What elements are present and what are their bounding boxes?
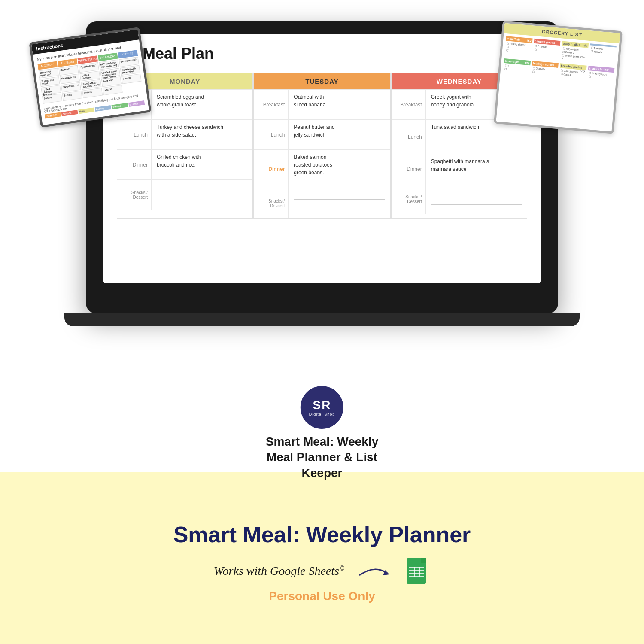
svg-rect-3 — [421, 558, 426, 563]
svg-rect-4 — [409, 567, 424, 568]
meal-plan-grid: MONDAY Breakfast Scrambled eggs and whol… — [117, 73, 527, 219]
bottom-banner: Smart Meal: Weekly Planner Works with Go… — [0, 472, 644, 644]
laptop-container: My Meal Plan MONDAY Breakfast Scrambled … — [86, 21, 558, 331]
tuesday-breakfast-line1: Oatmeal with — [294, 93, 384, 101]
snacks-label-wed: Snacks /Dessert — [392, 184, 426, 214]
registered-symbol: © — [339, 565, 344, 572]
grocery-col-dairy: dairy / milks qty ☐ Jelly or jam ☐ Butte… — [561, 41, 589, 61]
banner-title: Smart Meal: Weekly Planner — [173, 522, 471, 547]
logo-initials: SR — [313, 398, 331, 412]
monday-snacks-row: Snacks /Dessert — [117, 179, 252, 210]
svg-rect-5 — [409, 570, 424, 571]
personal-use-label: Personal Use Only — [269, 589, 375, 603]
screen-title: My Meal Plan — [117, 45, 527, 63]
instructions-tablet: Instructions My meal plan that includes … — [29, 27, 151, 128]
tuesday-lunch-content: Peanut butter and jelly sandwich — [289, 120, 389, 149]
snacks-label: Snacks /Dessert — [117, 180, 152, 210]
monday-lunch-content: Turkey and cheese sandwich with a side s… — [152, 120, 252, 149]
tuesday-header: TUESDAY — [254, 73, 389, 89]
monday-dinner-line2: broccoli and rice. — [157, 161, 247, 169]
grocery-col-bev: beverages qty ☐ 2 ☐ — [503, 58, 531, 73]
top-section: Instructions My meal plan that includes … — [0, 0, 644, 472]
laptop-screen: My Meal Plan MONDAY Breakfast Scrambled … — [103, 34, 541, 283]
wednesday-dinner-content: Spaghetti with marinara s marinara sauce — [426, 154, 527, 184]
wednesday-dinner-row: Dinner Spaghetti with marinara s marinar… — [392, 154, 527, 184]
tuesday-breakfast-content: Oatmeal with sliced banana — [289, 90, 389, 119]
product-title-line1: Smart Meal: Weekly — [266, 435, 379, 448]
tuesday-lunch-line1: Peanut butter and — [294, 123, 384, 131]
monday-dinner-content: Grilled chicken with broccoli and rice. — [152, 150, 252, 179]
tuesday-dinner-row: Dinner Baked salmon roasted potatoes gre… — [254, 149, 389, 188]
tuesday-dinner-line1: Baked salmon — [294, 153, 384, 161]
svg-rect-9 — [419, 567, 420, 577]
banner-google-text: Works with Google Sheets© — [214, 564, 344, 578]
google-sheets-icon — [404, 556, 430, 586]
dinner-label-tue: Dinner — [254, 150, 289, 188]
snack-line-1 — [431, 188, 522, 195]
product-title-line3: Keeper — [302, 466, 343, 480]
monday-breakfast-line2: whole-grain toast — [157, 101, 247, 109]
gm-col: breads — [112, 103, 128, 109]
breakfast-label-wed: Breakfast — [392, 90, 426, 119]
lunch-label: Lunch — [117, 120, 152, 149]
sheets-svg — [404, 556, 430, 586]
grocery-col-canned: canned goods qty ☐ Cheese ☐ — [532, 39, 560, 59]
tuesday-lunch-row: Lunch Peanut butter and jelly sandwich — [254, 119, 389, 149]
breakfast-label-tue: Breakfast — [254, 90, 289, 119]
lunch-label-tue: Lunch — [254, 120, 289, 149]
monday-lunch-row: Lunch Turkey and cheese sandwich with a … — [117, 119, 252, 149]
laptop-frame: My Meal Plan MONDAY Breakfast Scrambled … — [86, 21, 558, 313]
tuesday-snack-lines — [289, 188, 389, 218]
back-grocery-doc: GROCERY LIST meat/fish qty ☐ Turkey slic… — [494, 21, 623, 134]
snack-line-1 — [294, 193, 384, 200]
tuesday-lunch-line2: jelly sandwich — [294, 131, 384, 139]
tuesday-dinner-content: Baked salmon roasted potatoes green bean… — [289, 150, 389, 188]
lunch-label-wed: Lunch — [392, 120, 426, 154]
laptop-base — [64, 313, 580, 326]
snack-line-1 — [157, 184, 247, 191]
snack-line-2 — [294, 202, 384, 209]
gm-col: meat/fish — [45, 112, 61, 118]
grid-cell: Snacks — [82, 88, 103, 98]
gm-col: canned — [61, 110, 78, 116]
logo-circle: SR Digital Shop — [301, 386, 343, 429]
tuesday-snacks-row: Snacks /Dessert — [254, 188, 389, 218]
gm-col: bakery — [95, 105, 111, 112]
monday-breakfast-line1: Scrambled eggs and — [157, 93, 247, 101]
grocery-col-meat: meat/fish qty ☐ Turkey slices 1 ☐ ☐ — [504, 36, 532, 57]
grocery-col-produce: ☐ Banana ☐ Tomato — [589, 43, 617, 64]
monday-dinner-line1: Grilled chicken with — [157, 153, 247, 161]
monday-lunch-line1: Turkey and cheese sandwich — [157, 123, 247, 131]
grid-cell: Snacks — [62, 91, 82, 101]
banner-subtitle-row: Works with Google Sheets© — [214, 556, 430, 586]
grocery-col-baking: baking / spices qty ☐ Granola ☐ — [531, 61, 559, 76]
tuesday-breakfast-line2: sliced banana — [294, 101, 384, 109]
snacks-label-tue: Snacks /Dessert — [254, 188, 289, 218]
gm-col: dairy — [78, 107, 94, 114]
screen-content: My Meal Plan MONDAY Breakfast Scrambled … — [103, 34, 541, 229]
dinner-label: Dinner — [117, 150, 152, 179]
gm-col: snacks — [128, 100, 145, 107]
grocery-col-snacks: snacks / other ☐ Greek yogurt ☐ — [587, 66, 615, 80]
product-title: Smart Meal: Weekly Meal Planner & List K… — [266, 434, 379, 481]
svg-rect-6 — [409, 573, 424, 574]
banner-italic-text: Works with Google Sheets — [214, 564, 339, 577]
center-logo: SR Digital Shop Smart Meal: Weekly Meal … — [266, 386, 379, 481]
product-title-line2: Meal Planner & List — [267, 450, 377, 464]
wednesday-dinner-line1: Spaghetti with marinara s — [431, 158, 522, 165]
grocery-col-breads: breads / grains qty ☐ Carrot sticks ☐ Oa… — [559, 63, 586, 78]
wednesday-snack-lines — [426, 184, 527, 214]
tuesday-dinner-line2: roasted potatoes — [294, 161, 384, 169]
snack-line-2 — [157, 194, 247, 200]
svg-rect-8 — [414, 567, 415, 577]
monday-snack-lines — [152, 180, 252, 210]
monday-breakfast-content: Scrambled eggs and whole-grain toast — [152, 90, 252, 119]
logo-shop-name: Digital Shop — [309, 412, 335, 416]
tuesday-dinner-line3: green beans. — [294, 169, 384, 176]
wednesday-snacks-row: Snacks /Dessert — [392, 184, 527, 214]
snack-line-2 — [431, 198, 522, 205]
tuesday-column: TUESDAY Breakfast Oatmeal with sliced ba… — [254, 73, 389, 218]
svg-rect-7 — [409, 576, 424, 577]
dinner-label-wed: Dinner — [392, 154, 426, 184]
grid-cell: Snacks — [102, 85, 122, 95]
